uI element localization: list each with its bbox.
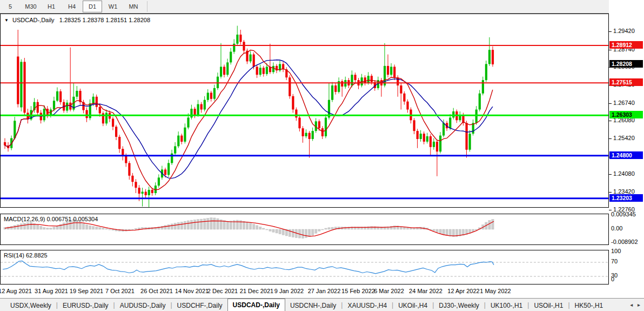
macd-bar (180, 222, 183, 229)
level-price-badge[interactable]: 1.26303 (609, 111, 643, 118)
level-price-badge[interactable]: 1.24800 (609, 151, 643, 159)
macd-bar (109, 229, 111, 230)
candle-body (289, 77, 291, 96)
candle-body (452, 111, 454, 117)
candle-body (488, 50, 491, 64)
chart-tab-dj30weekly[interactable]: DJ30-,Weekly (434, 300, 484, 311)
chart-tab-bar: USDX,Weekly|EURUSD-,Daily|AUDUSD-,Daily|… (0, 298, 644, 311)
candle-body (145, 192, 147, 195)
macd-bar (439, 229, 441, 233)
candle-body (334, 85, 337, 92)
rsi-indicator-pane[interactable]: RSI(14) 62.8825 (0, 250, 609, 284)
date-label: 19 Sep 2021 (70, 288, 103, 294)
macd-axis-label: -0.008902 (611, 239, 638, 245)
macd-bar (105, 229, 108, 229)
date-axis[interactable]: 12 Aug 202131 Aug 202119 Sep 20217 Oct 2… (0, 284, 609, 298)
macd-bar (406, 228, 408, 229)
macd-bar (250, 223, 252, 229)
level-price-badge[interactable]: 1.28912 (609, 41, 643, 49)
candle-body (387, 66, 389, 75)
level-price-badge[interactable]: 1.23203 (609, 194, 643, 202)
macd-bar (243, 221, 245, 229)
main-chart-pane[interactable]: ▼ USDCAD-,Daily 1.28325 1.28378 1.28151 … (0, 14, 609, 208)
macd-bar (56, 226, 58, 229)
price-scale[interactable]: 1.294201.287401.280801.274201.267401.260… (609, 0, 644, 298)
toolbar-separator (147, 1, 147, 12)
candle-body (86, 110, 88, 118)
candle-body (436, 142, 438, 151)
chart-tab-xauusdh4[interactable]: XAUUSD-,H4 (343, 300, 392, 311)
price-tick (609, 210, 612, 210)
candle-body (430, 136, 432, 147)
candle-body (423, 134, 425, 142)
candle-body (341, 81, 343, 87)
macd-bar (253, 224, 255, 229)
macd-bar (226, 221, 229, 229)
timeframe-button-mn[interactable]: MN (124, 1, 143, 12)
chart-tab-uk100h1[interactable]: UK100-,H1 (486, 300, 527, 311)
macd-bar (43, 228, 45, 229)
macd-bar (10, 226, 12, 229)
macd-bar (207, 219, 209, 230)
macd-axis-label: 0.00 (611, 225, 622, 231)
macd-bar (269, 229, 271, 231)
candle-body (213, 88, 216, 99)
candle-body (96, 97, 98, 107)
candle-body (233, 44, 235, 52)
candle-body (184, 128, 186, 142)
level-price-badge[interactable]: 1.27515 (609, 78, 643, 86)
macd-bar (63, 223, 65, 229)
timeframe-button-w1[interactable]: W1 (103, 1, 123, 12)
macd-bar (292, 229, 294, 237)
timeframe-button-h1[interactable]: H1 (42, 1, 61, 12)
macd-bar (279, 229, 281, 234)
chart-tab-usdcaddaily[interactable]: USDCAD-,Daily (227, 299, 285, 311)
macd-bar (23, 223, 25, 229)
macd-bar (302, 229, 304, 239)
candle-body (272, 66, 274, 72)
macd-bar (331, 227, 333, 229)
price-tick (609, 174, 612, 175)
macd-bar (217, 219, 219, 229)
macd-bar (89, 226, 91, 229)
macd-bar (135, 228, 137, 229)
candle-body (312, 131, 314, 139)
macd-bar (259, 227, 261, 229)
current-price-badge[interactable]: 1.28208 (609, 60, 643, 68)
timeframe-toolbar: 5M30H1H4D1W1MN (0, 0, 644, 14)
date-label: 2 Dec 2021 (207, 288, 238, 294)
tab-scroll-arrows[interactable]: ◂ ▸ (630, 302, 642, 308)
chart-tab-ukoilh4[interactable]: UKOil-,H4 (393, 300, 432, 311)
chart-tab-usoilh1[interactable]: USOil-,H1 (529, 300, 568, 311)
macd-bar (53, 227, 55, 229)
chart-tab-usdxweekly[interactable]: USDX,Weekly (5, 300, 56, 311)
chart-tab-audusddaily[interactable]: AUDUSD-,Daily (115, 300, 171, 311)
macd-indicator-pane[interactable]: MACD(12,26,9) 0.006751 0.005304 (0, 214, 609, 245)
price-tick (609, 31, 612, 32)
macd-bar (403, 227, 405, 229)
chart-tab-usdcnhdaily[interactable]: USDCNH-,Daily (285, 300, 341, 311)
candle-body (59, 91, 62, 102)
timeframe-button-m30[interactable]: M30 (21, 1, 41, 12)
collapse-triangle-icon[interactable]: ▼ (4, 18, 9, 23)
candle-body (292, 96, 294, 110)
macd-bar (263, 228, 265, 229)
candle-body (180, 136, 183, 142)
candle-body (253, 55, 255, 67)
macd-main-value: 0.006751 (46, 216, 71, 222)
candle-body (426, 136, 428, 142)
date-label: 1 May 2022 (480, 288, 511, 294)
macd-bar (442, 229, 445, 234)
chart-tab-eurusddaily[interactable]: EURUSD-,Daily (58, 300, 113, 311)
price-axis-label: 1.24080 (613, 170, 635, 177)
candle-body (318, 121, 320, 128)
macd-bar (223, 221, 225, 229)
timeframe-button-h4[interactable]: H4 (62, 1, 82, 12)
candle-body (226, 62, 229, 75)
timeframe-button-d1[interactable]: D1 (83, 1, 102, 12)
timeframe-button-5[interactable]: 5 (1, 1, 20, 12)
chart-tab-usdchfdaily[interactable]: USDCHF-,Daily (172, 300, 227, 311)
macd-bar (410, 228, 412, 230)
chart-tab-hk50h1[interactable]: HK50-,H1 (570, 300, 608, 311)
candle-body (128, 163, 130, 176)
